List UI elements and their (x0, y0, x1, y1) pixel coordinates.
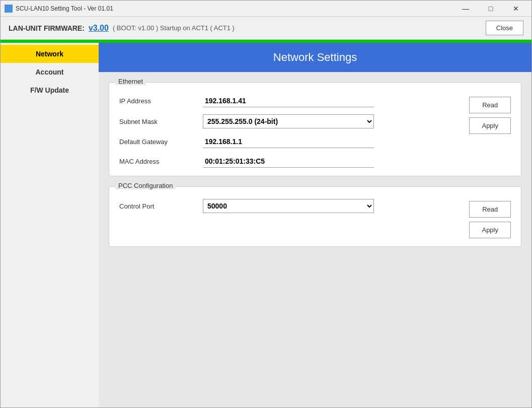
ethernet-apply-button[interactable]: Apply (469, 117, 511, 134)
sidebar-item-account[interactable]: Account (1, 63, 99, 81)
ethernet-inner: IP Address Subnet Mask 255.255.255.0 (24… (119, 95, 511, 168)
pcc-read-button[interactable]: Read (469, 201, 511, 218)
default-gateway-row: Default Gateway (119, 135, 461, 148)
firmware-version: v3.00 (89, 24, 109, 33)
firmware-info: LAN-UNIT FIRMWARE: v3.00 ( BOOT: v1.00 )… (9, 24, 235, 33)
pcc-fields: Control Port 50000 50001 50002 (119, 199, 461, 238)
window-close-button[interactable]: ✕ (504, 3, 527, 15)
control-port-select[interactable]: 50000 50001 50002 (203, 199, 374, 213)
pcc-section: PCC Configuration Control Port 50000 500… (109, 186, 521, 247)
close-button[interactable]: Close (486, 21, 523, 35)
ethernet-buttons: Read Apply (469, 95, 511, 168)
firmware-boot: ( BOOT: v1.00 ) Startup on ACT1 ( ACT1 ) (113, 24, 235, 32)
minimize-button[interactable]: — (454, 3, 477, 15)
pcc-inner: Control Port 50000 50001 50002 Read Appl… (119, 199, 511, 238)
title-controls: — □ ✕ (454, 3, 527, 15)
header-bar: LAN-UNIT FIRMWARE: v3.00 ( BOOT: v1.00 )… (1, 17, 531, 40)
main-window: SCU-LAN10 Setting Tool - Ver 01.01 — □ ✕… (0, 0, 532, 408)
sidebar-item-fw-update[interactable]: F/W Update (1, 81, 99, 99)
pcc-buttons: Read Apply (469, 199, 511, 238)
ip-address-label: IP Address (119, 97, 195, 105)
title-bar: SCU-LAN10 Setting Tool - Ver 01.01 — □ ✕ (1, 1, 531, 17)
content-body: Ethernet IP Address Subnet Mask 255.255.… (99, 72, 531, 257)
maximize-button[interactable]: □ (479, 3, 502, 15)
mac-address-input[interactable] (203, 155, 374, 168)
subnet-mask-row: Subnet Mask 255.255.255.0 (24-bit) 255.2… (119, 114, 461, 128)
ethernet-read-button[interactable]: Read (469, 97, 511, 113)
default-gateway-label: Default Gateway (119, 138, 195, 146)
default-gateway-input[interactable] (203, 135, 374, 148)
page-title: Network Settings (107, 51, 523, 64)
pcc-section-title: PCC Configuration (115, 182, 176, 189)
content-area: Network Settings Ethernet IP Address S (99, 43, 531, 407)
mac-address-row: MAC Address (119, 155, 461, 168)
ip-address-row: IP Address (119, 95, 461, 107)
ethernet-fields: IP Address Subnet Mask 255.255.255.0 (24… (119, 95, 461, 168)
window-title: SCU-LAN10 Setting Tool - Ver 01.01 (16, 5, 454, 12)
mac-address-label: MAC Address (119, 158, 195, 165)
pcc-apply-button[interactable]: Apply (469, 222, 511, 238)
content-header: Network Settings (99, 43, 531, 72)
firmware-label: LAN-UNIT FIRMWARE: (9, 24, 85, 32)
ethernet-section: Ethernet IP Address Subnet Mask 255.255.… (109, 82, 521, 176)
subnet-mask-select[interactable]: 255.255.255.0 (24-bit) 255.255.0.0 (16-b… (203, 114, 374, 128)
subnet-mask-label: Subnet Mask (119, 118, 195, 125)
sidebar-item-network[interactable]: Network (1, 45, 99, 63)
main-content: Network Account F/W Update Network Setti… (1, 43, 531, 407)
control-port-label: Control Port (119, 202, 195, 210)
ethernet-section-title: Ethernet (115, 78, 146, 85)
control-port-row: Control Port 50000 50001 50002 (119, 199, 461, 213)
sidebar: Network Account F/W Update (1, 43, 99, 407)
ip-address-input[interactable] (203, 95, 374, 107)
app-icon (5, 5, 13, 13)
